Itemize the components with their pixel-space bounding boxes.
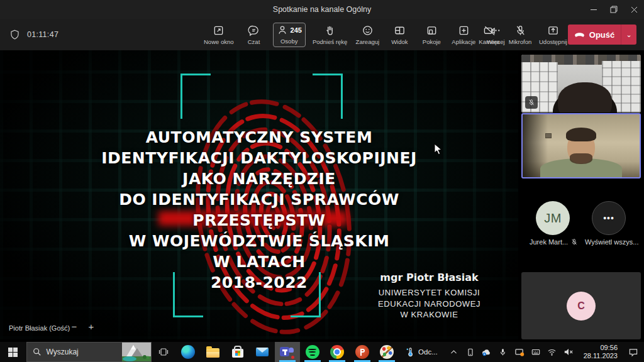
participant-tile-no-video[interactable]: C (521, 272, 641, 339)
taskbar-app-teams[interactable] (275, 342, 300, 362)
search-placeholder: Wyszukaj (47, 348, 123, 356)
search-highlight-image (122, 343, 151, 361)
start-button[interactable] (0, 342, 26, 362)
window-title: Spotkanie na kanale Ogólny (0, 5, 584, 14)
share-icon (547, 25, 559, 36)
mic-off-icon (528, 99, 535, 106)
slide-affiliation-line: EDUKACJI NARODOWEJ (362, 299, 497, 310)
slide-frame-corner-top-left (180, 74, 211, 119)
hangup-phone-icon (574, 31, 585, 38)
apps-button[interactable]: Aplikacje (450, 23, 477, 47)
search-icon (33, 348, 42, 356)
taskbar-search-box[interactable]: Wyszukaj (26, 342, 152, 362)
touch-keyboard-icon[interactable] (530, 342, 542, 362)
show-all-label: Wyświetl wszys... (585, 238, 638, 246)
shield-icon (9, 29, 20, 40)
zoom-in-button[interactable]: + (85, 321, 97, 332)
taskbar-app-powerpoint[interactable] (350, 342, 375, 362)
maximize-button[interactable] (604, 0, 624, 19)
meeting-timer: 01:11:47 (27, 30, 58, 39)
thermometer-icon (406, 347, 415, 357)
close-button[interactable] (624, 0, 644, 19)
slide-title: AUTOMATYCZNY SYSTEM IDENTYFIKACJI DAKTYL… (39, 127, 479, 293)
task-view-icon (158, 347, 169, 357)
mail-icon (256, 348, 269, 356)
people-count-badge: 245 (291, 26, 302, 34)
raise-hand-button[interactable]: Podnieś rękę (311, 23, 348, 47)
overflow-label-row[interactable]: Wyświetl wszys... (585, 238, 638, 246)
active-speaker-video-tile[interactable] (521, 113, 641, 178)
taskbar-app-file-explorer[interactable] (201, 342, 226, 362)
slide-title-line: DO IDENTYFIKACJI SPRAWCÓW (39, 189, 479, 210)
clock-date: 28.11.2023 (584, 352, 618, 360)
onedrive-icon[interactable] (480, 342, 493, 362)
participant-video-tile[interactable] (521, 55, 641, 112)
clock-time: 09:56 (584, 344, 618, 352)
avatar-jm[interactable]: JM (536, 201, 570, 235)
slide-affiliation-line: UNIWERSYTET KOMISJI (362, 287, 497, 299)
taskbar-app-store[interactable] (225, 342, 250, 362)
taskbar-right-cluster: Odc... (399, 342, 644, 362)
presenter-name-label: Piotr Błasiak (Gość) (9, 324, 70, 332)
new-window-button[interactable]: Nowe okno (203, 23, 235, 47)
teams-icon (280, 345, 295, 359)
view-button[interactable]: Widok (386, 23, 413, 47)
chat-button[interactable]: Czat (241, 23, 267, 47)
taskbar-app-spotify[interactable] (300, 342, 325, 362)
taskbar-app-chrome[interactable] (325, 342, 350, 362)
zoom-out-button[interactable]: − (68, 321, 80, 332)
edge-icon (181, 345, 195, 359)
meeting-timer-group: 01:11:47 (0, 29, 113, 40)
overflow-participants-avatar[interactable]: ••• (592, 201, 626, 235)
powerpoint-icon (355, 345, 369, 359)
volume-muted-icon[interactable] (562, 342, 575, 362)
new-window-icon (213, 25, 225, 36)
react-smiley-icon (362, 25, 374, 36)
weather-widget[interactable]: Odc... (399, 347, 444, 357)
react-button[interactable]: Zareaguj (354, 23, 380, 47)
people-button[interactable]: 245 Osoby (273, 23, 306, 47)
minimize-button[interactable] (584, 0, 604, 19)
muted-mic-badge (525, 96, 538, 109)
mic-button[interactable]: Mikrofon (507, 23, 533, 47)
title-bar: Spotkanie na kanale Ogólny (0, 0, 644, 19)
share-button[interactable]: Udostępnij (538, 23, 569, 47)
mic-off-icon (570, 238, 578, 246)
rooms-icon (426, 25, 438, 36)
taskbar-app-paint[interactable] (374, 342, 399, 362)
slide-author: mgr Piotr Błasiak (362, 272, 497, 283)
your-phone-icon[interactable] (464, 342, 477, 362)
taskbar-app-mail[interactable] (250, 342, 275, 362)
action-center-button[interactable] (623, 342, 644, 362)
microsoft-store-icon (232, 349, 243, 358)
camera-off-icon (483, 25, 496, 36)
taskbar-clock[interactable]: 09:56 28.11.2023 (579, 344, 623, 360)
camera-button[interactable]: Kamera (476, 23, 502, 47)
window-controls (584, 0, 644, 19)
task-view-button[interactable] (152, 342, 175, 362)
windows-taskbar: Wyszukaj (0, 342, 644, 362)
screen-share-indicator-icon[interactable] (513, 342, 526, 362)
participant-label-row: Jurek Mart... (530, 238, 578, 246)
shared-presentation-slide: AUTOMATYCZNY SYSTEM IDENTYFIKACJI DAKTYL… (0, 50, 518, 339)
people-icon (277, 25, 288, 36)
rooms-button[interactable]: Pokoje (418, 23, 445, 47)
chrome-icon (330, 345, 344, 359)
slide-title-line: IDENTYFIKACJI DAKTYLOSKOPIJNEJ (39, 148, 479, 168)
presence-busy-dot (290, 354, 296, 360)
leave-options-chevron[interactable]: ⌄ (621, 31, 636, 39)
apps-plus-icon (458, 25, 470, 36)
taskbar-app-edge[interactable] (175, 342, 201, 362)
microphone-in-use-icon[interactable] (497, 342, 509, 362)
system-tray (444, 342, 579, 362)
weather-label: Odc... (418, 348, 438, 356)
paint-icon (380, 345, 394, 359)
mic-off-icon (514, 25, 526, 36)
leave-button[interactable]: Opuść ⌄ (568, 25, 636, 45)
mouse-cursor (434, 143, 442, 155)
tray-expand-button[interactable] (448, 342, 460, 362)
chat-icon (248, 25, 260, 36)
wifi-icon[interactable] (546, 342, 558, 362)
action-center-icon (628, 348, 638, 357)
slide-author-block: mgr Piotr Błasiak UNIWERSYTET KOMISJI ED… (362, 272, 497, 321)
